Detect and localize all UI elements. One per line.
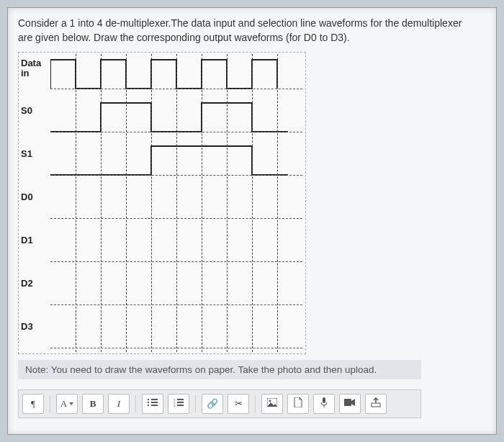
grid-verticals: [50, 54, 302, 352]
italic-button[interactable]: I: [108, 394, 130, 414]
label-s0: S0: [21, 106, 50, 116]
label-data-in: Datain: [21, 58, 50, 79]
image-icon: [267, 398, 277, 410]
svg-rect-14: [323, 397, 325, 403]
microphone-button[interactable]: [313, 394, 335, 414]
video-icon: [344, 398, 356, 410]
font-dropdown[interactable]: A: [56, 394, 78, 414]
svg-rect-17: [372, 403, 380, 407]
label-d2: D2: [21, 279, 50, 289]
microphone-icon: [320, 397, 328, 410]
image-button[interactable]: [261, 394, 283, 414]
unordered-list-button[interactable]: [142, 394, 163, 414]
file-icon: [294, 397, 302, 410]
link-button[interactable]: 🔗: [202, 394, 223, 414]
separator: [135, 395, 136, 412]
label-d1: D1: [21, 235, 50, 245]
paragraph-button[interactable]: ¶: [22, 394, 44, 414]
unlink-icon: ✂: [235, 398, 243, 410]
svg-point-13: [269, 400, 271, 402]
separator: [50, 395, 50, 412]
upload-button[interactable]: [365, 394, 387, 414]
label-d3: D3: [21, 322, 50, 332]
file-button[interactable]: [287, 394, 309, 414]
editor-toolbar: ¶ A B I 123 🔗 ✂: [18, 389, 421, 418]
separator: [255, 395, 256, 412]
list-ol-icon: 123: [174, 398, 184, 410]
question-line1: Consider a 1 into 4 de-multiplexer.The d…: [18, 17, 462, 29]
page-container: Consider a 1 into 4 de-multiplexer.The d…: [7, 7, 497, 435]
question-text: Consider a 1 into 4 de-multiplexer.The d…: [18, 17, 486, 45]
label-d0: D0: [21, 192, 50, 202]
upload-icon: [371, 397, 381, 410]
question-line2: are given below. Draw the corresponding …: [18, 32, 350, 43]
svg-text:3: 3: [174, 404, 176, 407]
link-icon: 🔗: [207, 398, 218, 410]
list-ul-icon: [148, 398, 158, 410]
ordered-list-button[interactable]: 123: [168, 394, 189, 414]
label-s1: S1: [21, 149, 50, 159]
video-button[interactable]: [339, 394, 361, 414]
separator: [195, 395, 196, 412]
svg-rect-16: [344, 399, 351, 406]
upload-note: Note: You need to draw the waveforms on …: [18, 360, 421, 379]
unlink-button[interactable]: ✂: [228, 394, 249, 414]
waveform-diagram: Datain S0 S1: [18, 52, 306, 354]
bold-button[interactable]: B: [82, 394, 104, 414]
